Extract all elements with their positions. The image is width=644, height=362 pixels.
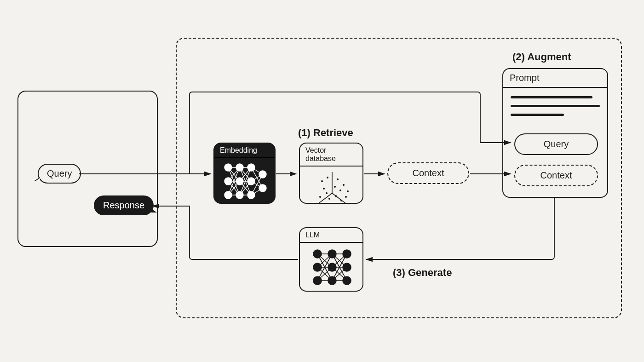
svg-point-34 — [259, 184, 266, 192]
svg-point-29 — [236, 191, 243, 199]
llm-icon — [300, 243, 362, 290]
svg-point-40 — [337, 178, 339, 180]
svg-point-74 — [328, 263, 336, 271]
context-pill: Context — [387, 162, 469, 184]
prompt-title: Prompt — [503, 69, 607, 88]
svg-point-26 — [224, 191, 232, 199]
prompt-lines-icon — [503, 88, 607, 116]
svg-point-25 — [224, 178, 232, 185]
svg-point-70 — [313, 250, 322, 258]
vector-db-icon — [300, 167, 362, 204]
response-bubble: Response — [94, 195, 154, 215]
svg-point-32 — [247, 191, 255, 199]
svg-point-27 — [236, 164, 243, 171]
svg-point-38 — [321, 180, 323, 182]
stage-retrieve: (1) Retrieve — [298, 127, 353, 139]
svg-point-48 — [326, 192, 328, 194]
prompt-context-pill: Context — [514, 165, 598, 186]
prompt-card: Prompt Query Context — [502, 68, 608, 198]
svg-point-76 — [343, 250, 351, 258]
svg-point-71 — [313, 263, 322, 271]
prompt-context-label: Context — [540, 170, 572, 180]
response-label: Response — [103, 200, 144, 210]
svg-point-31 — [247, 178, 255, 185]
svg-point-30 — [247, 164, 255, 171]
query-bubble: Query — [38, 164, 81, 184]
embedding-card: Embedding — [213, 143, 276, 204]
svg-point-42 — [323, 188, 325, 190]
svg-point-39 — [327, 177, 328, 178]
svg-point-33 — [259, 171, 266, 178]
stage-generate: (3) Generate — [393, 267, 452, 279]
llm-card: LLM — [299, 227, 363, 292]
svg-point-44 — [319, 196, 321, 198]
embedding-icon — [214, 158, 275, 202]
svg-point-77 — [343, 263, 351, 271]
svg-point-50 — [335, 195, 337, 197]
svg-point-78 — [343, 276, 351, 285]
svg-point-46 — [334, 186, 336, 188]
stage-augment: (2) Augment — [512, 51, 571, 63]
query-label: Query — [47, 168, 72, 178]
svg-point-41 — [343, 184, 345, 186]
svg-point-49 — [340, 200, 342, 201]
svg-point-24 — [224, 164, 232, 171]
svg-line-37 — [332, 193, 351, 204]
svg-point-72 — [313, 276, 322, 285]
svg-point-51 — [347, 190, 349, 192]
vector-db-card: Vector database — [299, 143, 363, 204]
prompt-query-pill: Query — [514, 133, 598, 155]
svg-point-73 — [328, 250, 336, 258]
svg-point-75 — [328, 276, 336, 285]
svg-point-43 — [339, 190, 341, 191]
context-pill-label: Context — [413, 168, 444, 178]
prompt-query-label: Query — [544, 139, 569, 149]
svg-point-45 — [345, 196, 347, 198]
vector-db-header: Vector database — [300, 144, 362, 167]
llm-header: LLM — [300, 228, 362, 243]
svg-point-47 — [328, 198, 330, 200]
svg-point-28 — [236, 178, 243, 185]
embedding-header: Embedding — [214, 144, 275, 158]
